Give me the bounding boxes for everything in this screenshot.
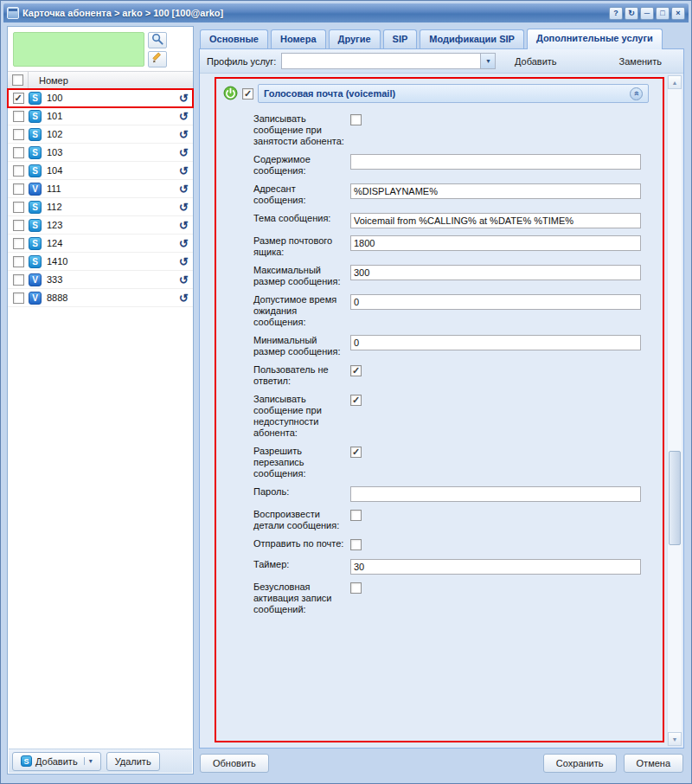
table-row[interactable]: S 102 ↺ [8,125,193,144]
refresh-button[interactable]: Обновить [200,754,269,773]
row-checkbox[interactable] [13,111,24,122]
tab-2[interactable]: Номера [271,29,326,48]
table-row[interactable]: V 8888 ↺ [8,289,193,307]
service-enable-checkbox[interactable]: ✓ [242,88,253,100]
field-input[interactable] [350,265,641,280]
tab-4[interactable]: SIP [383,29,418,48]
scrollbar-thumb[interactable] [669,451,681,545]
scroll-down-icon[interactable]: ▼ [668,732,682,746]
form-field-row: Записывать сообщение при недоступности а… [253,394,641,439]
history-icon[interactable]: ↺ [179,183,189,195]
history-icon[interactable]: ↺ [179,238,189,249]
profile-select[interactable]: ▼ [281,53,496,69]
service-title-bar[interactable]: Голосовая почта (voicemail) » [258,84,649,103]
table-row[interactable]: S 104 ↺ [8,162,193,180]
profile-replace-button[interactable]: Заменить [610,52,671,71]
cancel-button[interactable]: Отмена [624,754,683,773]
field-checkbox[interactable]: ✓ [350,447,362,458]
history-icon[interactable]: ↺ [179,111,189,122]
history-icon[interactable]: ↺ [179,220,189,231]
maximize-button[interactable]: □ [656,7,670,20]
tab-6[interactable]: Дополнительные услуги [527,29,663,49]
close-button[interactable]: × [671,7,685,20]
row-checkbox[interactable] [13,292,24,304]
tab-1[interactable]: Основные [200,29,268,48]
history-icon[interactable]: ↺ [179,202,189,213]
table-row[interactable]: V 111 ↺ [8,180,193,198]
field-label: Пользователь не ответил: [253,364,350,387]
field-checkbox[interactable]: ✓ [350,365,362,376]
field-checkbox[interactable] [350,510,362,521]
field-input[interactable] [350,294,641,310]
quick-search-input[interactable] [13,32,144,67]
add-number-button[interactable]: S Добавить ▾ [12,752,101,771]
tab-5[interactable]: Модификации SIP [420,29,524,48]
profile-add-button[interactable]: Добавить [505,52,567,71]
chevron-down-icon[interactable]: ▾ [84,757,93,765]
row-checkbox[interactable] [13,165,24,177]
history-icon[interactable]: ↺ [179,93,189,104]
help-button[interactable]: ? [609,7,623,20]
save-button[interactable]: Сохранить [543,754,617,773]
field-checkbox[interactable] [350,539,362,550]
field-input[interactable] [350,213,641,228]
table-row[interactable]: S 1410 ↺ [8,253,193,271]
table-row[interactable]: S 103 ↺ [8,144,193,162]
history-icon[interactable]: ↺ [179,129,189,140]
row-number: 123 [47,220,179,230]
row-checkbox-cell [8,125,29,143]
history-icon[interactable]: ↺ [179,256,189,267]
edit-button[interactable] [148,51,167,67]
chevron-down-icon[interactable]: ▼ [480,54,495,68]
table-row[interactable]: S 101 ↺ [8,107,193,125]
field-checkbox[interactable]: ✓ [350,395,362,406]
form-field-row: Таймер: [253,559,641,575]
table-row[interactable]: V 333 ↺ [8,271,193,289]
field-input[interactable] [350,335,641,350]
add-number-label: Добавить [35,756,78,767]
row-checkbox[interactable] [13,147,24,158]
tab-3[interactable]: Другие [329,29,381,48]
field-input[interactable] [350,154,641,170]
row-checkbox[interactable] [13,220,24,231]
table-row[interactable]: S 112 ↺ [8,198,193,216]
vertical-scrollbar[interactable]: ▲ ▼ [667,75,682,746]
history-icon[interactable]: ↺ [179,165,189,177]
row-checkbox[interactable] [13,183,24,195]
field-input[interactable] [350,559,641,575]
row-checkbox[interactable] [13,256,24,267]
table-row[interactable]: S 123 ↺ [8,216,193,235]
minimize-button[interactable]: ─ [640,7,654,20]
window-titlebar[interactable]: Карточка абонента > arko > 100 [100@arko… [3,3,689,22]
field-label: Записывать сообщение при недоступности а… [253,394,350,439]
scroll-up-icon[interactable]: ▲ [668,75,682,89]
field-checkbox[interactable] [350,582,362,594]
table-row[interactable]: S 124 ↺ [8,235,193,253]
history-icon[interactable]: ↺ [179,292,189,304]
row-checkbox[interactable] [13,238,24,249]
field-input[interactable] [350,183,641,199]
history-icon[interactable]: ↺ [179,147,189,158]
form-field-row: Допустимое время ожидания сообщения: [253,294,641,328]
history-icon[interactable]: ↺ [179,274,189,286]
refresh-window-button[interactable]: ↻ [625,7,638,20]
search-button[interactable] [148,32,167,48]
table-row[interactable]: ✓ S 100 ↺ [8,89,193,107]
row-checkbox[interactable] [13,129,24,140]
delete-number-button[interactable]: Удалить [106,752,160,771]
field-control [350,113,641,147]
row-checkbox-cell: ✓ [8,89,29,106]
field-label: Максимальный размер сообщения: [253,265,350,287]
row-checkbox[interactable]: ✓ [13,93,24,104]
power-icon[interactable] [223,86,238,102]
voicemail-service-header: ✓ Голосовая почта (voicemail) » [223,84,649,103]
field-input[interactable] [350,486,641,502]
number-column-header[interactable]: Номер [29,75,68,86]
field-input[interactable] [350,235,641,251]
row-checkbox-cell [8,253,29,270]
field-checkbox[interactable] [350,114,362,125]
select-all-checkbox[interactable] [12,74,23,86]
row-checkbox[interactable] [13,202,24,213]
collapse-panel-button[interactable]: » [630,87,643,100]
row-checkbox[interactable] [13,274,24,286]
